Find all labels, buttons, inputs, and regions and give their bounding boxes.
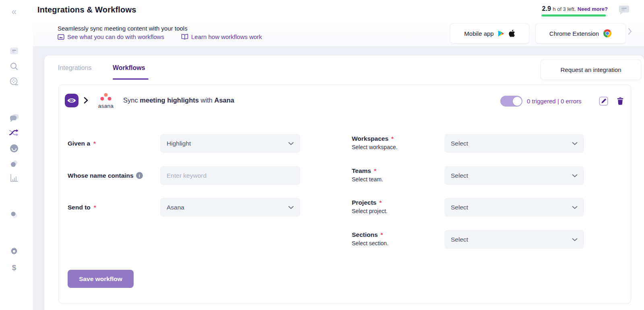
shuffle-icon <box>9 129 20 136</box>
active-tab-underline <box>113 78 149 80</box>
app-logo <box>65 94 78 109</box>
chevron-right-icon <box>84 97 88 104</box>
integrations-card: Integrations Workflows Request an integr… <box>44 55 644 310</box>
overlap-circles-icon <box>10 159 19 168</box>
send-to-label: Send to* <box>68 198 96 217</box>
workflow-title: Sync meeting highlights with Asana <box>123 96 234 104</box>
name-contains-label: Whose name contains i <box>68 166 143 185</box>
chevron-down-icon <box>288 142 294 145</box>
hours-label: h of 3 left. <box>553 6 576 12</box>
sidebar-item-search[interactable] <box>0 62 28 71</box>
book-icon <box>181 34 188 40</box>
film-reel-icon <box>9 77 19 86</box>
see-workflows-link[interactable]: See what you can do with workflows <box>58 33 164 40</box>
sidebar-item-sentiment[interactable] <box>0 144 28 153</box>
sidebar-item-analytics[interactable] <box>0 174 28 183</box>
keyword-input-wrap <box>160 166 300 185</box>
chevron-down-icon <box>572 238 578 241</box>
dollar-icon: $ <box>12 263 17 272</box>
subheader-band: Seamlessly sync meeting content with you… <box>33 21 644 46</box>
asana-dots-icon <box>99 93 112 101</box>
chevron-down-icon <box>288 206 294 209</box>
given-a-label: Given a* <box>68 134 96 153</box>
sidebar-item-settings[interactable] <box>0 246 28 256</box>
teams-select[interactable]: Select <box>444 166 584 185</box>
expand-workflow-chevron[interactable] <box>84 97 88 105</box>
workflow-enabled-toggle[interactable] <box>500 96 522 107</box>
bar-chart-icon <box>10 174 19 183</box>
workflow-card: asana Sync meeting highlights with Asana… <box>58 84 631 304</box>
delete-workflow-button[interactable] <box>617 97 624 107</box>
learn-workflows-link[interactable]: Learn how workflows work <box>181 33 262 40</box>
mobile-app-button[interactable]: Mobile app <box>450 23 529 43</box>
workspaces-label: Workspaces* Select workspace. <box>352 135 440 150</box>
projects-label: Projects* Select project. <box>352 199 440 214</box>
asana-wordmark: asana <box>93 103 118 109</box>
usage-meter: 2.9 h of 3 left. Need more? <box>541 5 608 16</box>
sidebar-item-recordings[interactable] <box>0 77 28 86</box>
collapse-sidebar-icon[interactable]: « <box>0 6 28 17</box>
chevron-down-icon <box>572 206 578 209</box>
teams-label: Teams* Select team. <box>352 167 440 183</box>
sidebar-item-workflows[interactable] <box>0 129 28 136</box>
tab-workflows[interactable]: Workflows <box>113 64 145 72</box>
app-root: « <box>0 0 644 310</box>
content-area: Seamlessly sync meeting content with you… <box>33 21 644 310</box>
edit-pencil-icon <box>599 96 608 106</box>
sidebar: « <box>0 0 33 310</box>
video-preview-icon <box>58 34 64 40</box>
sidebar-item-billing[interactable]: $ <box>0 263 28 272</box>
topbar: Integrations & Workflows 2.9 h of 3 left… <box>33 0 644 21</box>
usage-progress-track <box>541 14 608 16</box>
sidebar-item-notebook[interactable] <box>0 47 28 55</box>
chevron-right-icon <box>628 28 632 35</box>
given-a-select[interactable]: Highlight <box>160 134 300 153</box>
edit-workflow-button[interactable] <box>599 96 608 107</box>
toggle-knob <box>513 97 522 106</box>
workspaces-select[interactable]: Select <box>444 134 584 153</box>
workflow-status: 0 triggered | 0 errors <box>527 98 582 105</box>
need-more-link[interactable]: Need more? <box>578 6 608 12</box>
request-integration-button[interactable]: Request an integration <box>541 60 641 80</box>
help-chat-button[interactable] <box>619 5 630 17</box>
tab-integrations[interactable]: Integrations <box>58 64 92 72</box>
info-icon[interactable]: i <box>136 172 143 179</box>
save-workflow-button[interactable]: Save workflow <box>68 270 134 288</box>
hours-left: 2.9 <box>542 5 551 12</box>
trash-icon <box>617 97 624 105</box>
chrome-icon <box>603 29 612 38</box>
help-bubble-icon <box>619 5 630 15</box>
chat-bubbles-icon <box>9 114 19 123</box>
sidebar-item-chat[interactable] <box>0 114 28 123</box>
gear-icon <box>9 246 19 256</box>
keyword-input[interactable] <box>167 172 294 179</box>
page-title: Integrations & Workflows <box>37 5 136 14</box>
search-icon <box>10 62 19 71</box>
chevron-down-icon <box>572 174 578 177</box>
asana-logo: asana <box>93 93 118 109</box>
projects-select[interactable]: Select <box>444 198 584 217</box>
usage-progress-fill <box>541 14 606 16</box>
fireflies-logo-icon <box>65 94 78 107</box>
apple-icon <box>508 29 515 37</box>
send-to-select[interactable]: Asana <box>160 198 300 217</box>
sections-label: Sections* Select section. <box>352 231 440 246</box>
scroll-right-chevron[interactable] <box>628 28 632 37</box>
sidebar-item-topics[interactable] <box>0 159 28 168</box>
chevron-down-icon <box>572 142 578 145</box>
google-play-icon <box>498 30 504 37</box>
sections-select[interactable]: Select <box>444 230 584 249</box>
sidebar-item-contacts[interactable] <box>0 211 28 219</box>
notebook-icon <box>9 47 19 55</box>
person-icon <box>10 211 19 219</box>
chrome-extension-button[interactable]: Chrome Extension <box>535 23 626 43</box>
tagline: Seamlessly sync meeting content with you… <box>58 25 188 32</box>
smiley-icon <box>9 144 19 153</box>
